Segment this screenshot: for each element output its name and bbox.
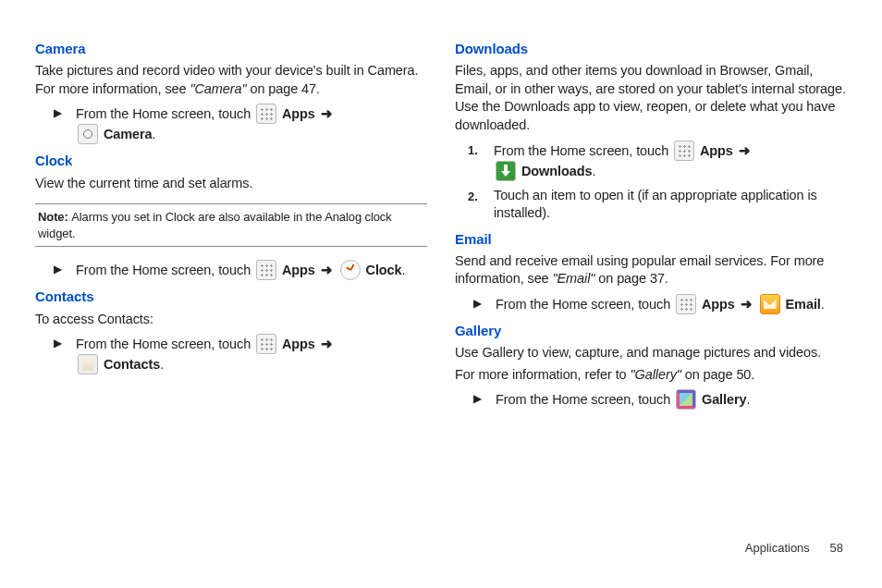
gallery-more: For more information, refer to "Gallery"… <box>455 366 847 385</box>
step-body: From the Home screen, touch Gallery. <box>496 389 750 410</box>
contacts-intro: To access Contacts: <box>35 311 427 329</box>
page-body: Camera Take pictures and record video wi… <box>0 0 882 434</box>
text: For more information, refer to <box>455 367 631 382</box>
step-body: From the Home screen, touch Apps ➜ Clock… <box>76 260 405 280</box>
clock-step: ▶ From the Home screen, touch Apps ➜ Clo… <box>54 260 427 280</box>
apps-icon <box>256 260 276 280</box>
bullet-icon: ▶ <box>473 294 496 311</box>
step-body: From the Home screen, touch Apps ➜ Downl… <box>494 141 753 181</box>
bullet-icon: ▶ <box>54 334 76 350</box>
contacts-label: Contacts <box>104 357 160 372</box>
step-number: 1. <box>468 141 494 159</box>
footer-page-number: 58 <box>830 541 843 555</box>
arrow-icon: ➜ <box>319 337 335 351</box>
step-body: From the Home screen, touch Apps ➜ Conta… <box>76 334 335 374</box>
period: . <box>821 297 825 312</box>
bullet-icon: ▶ <box>54 260 76 276</box>
downloads-step-1: 1. From the Home screen, touch Apps ➜ Do… <box>468 141 847 181</box>
apps-icon <box>256 104 276 124</box>
contacts-icon <box>78 354 98 374</box>
period: . <box>402 263 406 277</box>
ref-camera: "Camera" <box>190 81 246 96</box>
text: From the Home screen, touch <box>496 297 674 312</box>
downloads-icon <box>496 161 516 181</box>
bullet-icon: ▶ <box>54 104 76 120</box>
downloads-step-2: 2. Touch an item to open it (if an appro… <box>468 187 847 223</box>
arrow-icon: ➜ <box>739 297 754 312</box>
apps-label: Apps <box>282 337 315 351</box>
ref-email: "Email" <box>553 271 595 286</box>
apps-label: Apps <box>702 297 735 312</box>
footer-section: Applications <box>745 541 810 555</box>
note-text: Alarms you set in Clock are also availab… <box>38 210 392 240</box>
apps-label: Apps <box>282 263 315 277</box>
arrow-icon: ➜ <box>319 106 335 121</box>
page-footer: Applications 58 <box>745 541 843 555</box>
downloads-label: Downloads <box>521 164 592 178</box>
clock-icon <box>340 260 361 280</box>
camera-icon <box>78 124 98 144</box>
apps-icon <box>674 141 694 161</box>
email-intro: Send and receive email using popular ema… <box>455 252 847 288</box>
apps-label: Apps <box>700 143 733 158</box>
clock-intro: View the current time and set alarms. <box>35 175 427 193</box>
apps-icon <box>256 334 276 354</box>
bullet-icon: ▶ <box>473 389 496 406</box>
email-step: ▶ From the Home screen, touch Apps ➜ Ema… <box>473 294 847 314</box>
text: on page 50. <box>685 367 755 382</box>
left-column: Camera Take pictures and record video wi… <box>35 32 427 415</box>
heading-downloads: Downloads <box>455 40 847 58</box>
heading-contacts: Contacts <box>35 288 427 306</box>
right-column: Downloads Files, apps, and other items y… <box>455 32 847 415</box>
ref-gallery: "Gallery" <box>631 367 685 382</box>
email-icon <box>760 294 780 314</box>
heading-camera: Camera <box>35 40 427 58</box>
period: . <box>746 392 750 407</box>
gallery-intro: Use Gallery to view, capture, and manage… <box>455 344 847 362</box>
period: . <box>592 164 595 178</box>
text: on page 37. <box>594 271 668 286</box>
heading-email: Email <box>455 230 847 249</box>
period: . <box>160 357 164 372</box>
gallery-label: Gallery <box>702 392 746 407</box>
email-label: Email <box>786 297 821 312</box>
camera-step: ▶ From the Home screen, touch Apps ➜ Cam… <box>54 104 427 144</box>
step-body: From the Home screen, touch Apps ➜ Camer… <box>76 104 335 144</box>
text: From the Home screen, touch <box>76 337 254 351</box>
note-label: Note: <box>38 210 71 224</box>
apps-label: Apps <box>282 106 315 121</box>
heading-gallery: Gallery <box>455 322 847 340</box>
step-body: Touch an item to open it (if an appropri… <box>494 187 847 223</box>
contacts-step: ▶ From the Home screen, touch Apps ➜ Con… <box>54 334 427 374</box>
text: on page 47. <box>247 81 320 96</box>
text: From the Home screen, touch <box>496 392 674 407</box>
arrow-icon: ➜ <box>319 263 335 277</box>
step-number: 2. <box>468 187 494 205</box>
clock-note: Note: Alarms you set in Clock are also a… <box>35 203 427 247</box>
arrow-icon: ➜ <box>737 143 753 158</box>
apps-icon <box>676 294 696 314</box>
text: From the Home screen, touch <box>76 263 254 277</box>
period: . <box>153 127 156 141</box>
gallery-icon <box>676 389 696 410</box>
clock-label: Clock <box>366 263 402 277</box>
camera-intro: Take pictures and record video with your… <box>35 62 427 98</box>
text: From the Home screen, touch <box>494 143 672 158</box>
heading-clock: Clock <box>35 152 427 170</box>
downloads-intro: Files, apps, and other items you downloa… <box>455 62 847 134</box>
gallery-step: ▶ From the Home screen, touch Gallery. <box>473 389 847 410</box>
camera-label: Camera <box>104 127 153 141</box>
text: From the Home screen, touch <box>76 106 254 121</box>
step-body: From the Home screen, touch Apps ➜ Email… <box>496 294 825 314</box>
